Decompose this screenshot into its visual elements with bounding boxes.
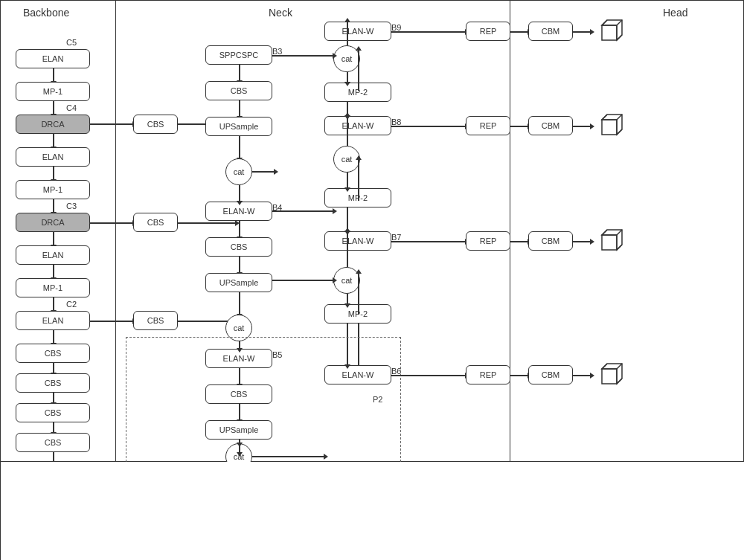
arrow-elanwb4-cbs — [239, 221, 240, 237]
cbs3-block: CBS — [16, 403, 90, 422]
svg-marker-15 — [602, 369, 617, 384]
svg-line-19 — [617, 379, 622, 384]
svg-marker-0 — [602, 25, 617, 40]
legend-area: CBS = Conv BN Silu CBM = Conv BN sigmoid… — [1, 462, 744, 560]
neck-label: Neck — [269, 7, 292, 19]
arrow-upsample3-cat3-v — [239, 440, 240, 453]
head-label: Head — [663, 7, 687, 19]
backbone-label: Backbone — [23, 7, 69, 19]
arrow-cat1-elanwb4 — [239, 185, 240, 202]
arrow-elanwb4-cat5 — [272, 210, 333, 212]
arrow-elan4-cbs-neck — [90, 321, 133, 322]
c3-label: C3 — [66, 202, 77, 210]
mp1-3-block: MP-1 — [16, 278, 90, 297]
c5-label: C5 — [66, 38, 77, 47]
elan3-block: ELAN — [16, 245, 90, 265]
arrow-cat5-mp2mid — [347, 173, 348, 188]
arrow-b8-head — [391, 126, 466, 127]
cube2-icon — [591, 109, 628, 146]
arrow-b9-head — [391, 31, 466, 33]
main-diagram: Backbone Neck Head C5 ELAN MP-1 C4 DRCA … — [0, 0, 744, 560]
drca2-block: DRCA — [16, 213, 90, 232]
arrow-b6-head — [391, 375, 466, 376]
arrow-elanwb5-cat4 — [272, 280, 333, 281]
elan4-block: ELAN — [16, 311, 90, 330]
arrow-elanwb8-cat6-up — [358, 50, 359, 91]
cbm3-block: CBM — [528, 231, 573, 251]
cbs2-block: CBS — [16, 373, 90, 393]
svg-line-3 — [617, 20, 622, 25]
svg-line-12 — [602, 230, 607, 235]
elan-w-b9-block: ELAN-W — [324, 22, 391, 41]
arrow-cbs-c3-cat2 — [178, 222, 236, 224]
svg-marker-5 — [602, 120, 617, 135]
arrow-elanwb6-cat4-up — [358, 273, 359, 315]
p2-label: P2 — [373, 395, 382, 404]
rep1-block: REP — [466, 22, 510, 41]
svg-marker-10 — [602, 235, 617, 250]
mp1-2-block: MP-1 — [16, 180, 90, 199]
arrow-cat6-mp2top — [347, 72, 348, 83]
arrow-elan3-mp1 — [53, 265, 54, 278]
svg-line-4 — [617, 35, 622, 40]
svg-line-14 — [617, 245, 622, 250]
arrow-elan2-mp1 — [53, 167, 54, 180]
elan-w-b7-block: ELAN-W — [324, 231, 391, 251]
upsample2-block: UPSample — [205, 273, 272, 292]
arrow-rep2-cbm2 — [510, 126, 528, 127]
elan2-block: ELAN — [16, 147, 90, 167]
c4-label: C4 — [66, 103, 77, 112]
rep4-block: REP — [466, 365, 510, 384]
arrow-drca2-cbs-neck — [90, 222, 133, 224]
rep3-block: REP — [466, 231, 510, 251]
cube4-icon — [591, 358, 628, 395]
cbs-neck1-block: CBS — [205, 81, 272, 100]
mp1-1-block: MP-1 — [16, 82, 90, 101]
sppcsp-block: SPPCSPC — [205, 45, 272, 65]
cube3-icon — [591, 224, 628, 261]
cbs4-block: CBS — [16, 433, 90, 452]
svg-line-13 — [617, 230, 622, 235]
elan-w-b8-block: ELAN-W — [324, 116, 391, 135]
arrow-elan4-cbs1 — [53, 330, 54, 344]
cbs-neck-c4: CBS — [133, 115, 178, 134]
upsample1-block: UPSample — [205, 117, 272, 136]
cat1-block: cat — [225, 158, 252, 185]
arrow-cbs2-cbs3 — [53, 393, 54, 403]
arrow-cbs3-cbs4 — [53, 422, 54, 433]
arrow-elanwb7-cat5-up — [358, 159, 359, 201]
arrow-b3-cat6 — [272, 55, 333, 57]
elan1-block: ELAN — [16, 49, 90, 68]
arrow-mp1-drca2 — [53, 199, 54, 213]
arrow-upsample1-cat1 — [239, 136, 240, 158]
svg-line-17 — [602, 364, 607, 369]
cbs1-block: CBS — [16, 344, 90, 363]
arrow-rep1-cbm1 — [510, 31, 528, 33]
arrow-drca1-cbs-neck — [90, 123, 133, 125]
svg-line-9 — [617, 129, 622, 135]
cbm2-block: CBM — [528, 116, 573, 135]
cbs-neck-c3: CBS — [133, 213, 178, 232]
arrow-drca1-elan2 — [53, 134, 54, 147]
arrow-cat4-mp2bot — [347, 294, 348, 304]
svg-line-2 — [602, 20, 607, 25]
arrow-cbm1-cube1 — [573, 31, 591, 33]
rep2-block: REP — [466, 116, 510, 135]
drca1-block: DRCA — [16, 115, 90, 134]
arrow-sppcsp-cbs — [239, 65, 240, 81]
arrow-drca2-elan3 — [53, 232, 54, 245]
arrow-cbs1-cbs2 — [53, 363, 54, 373]
arrow-b7-head — [391, 241, 466, 242]
p2-box — [126, 337, 401, 469]
arrow-cat5-elanwb8 — [347, 116, 348, 146]
svg-line-18 — [617, 364, 622, 369]
cbs-neck2-block: CBS — [205, 237, 272, 257]
arrow-cat1-right — [252, 171, 275, 173]
arrow-cat4-elanwb7 — [347, 231, 348, 267]
arrow-cat6-elanwb9 — [347, 22, 348, 45]
cbs-neck-c2: CBS — [133, 311, 178, 330]
svg-line-7 — [602, 115, 607, 120]
c2-label: C2 — [66, 300, 77, 309]
arrow-cbm4-cube4 — [573, 375, 591, 376]
arrow-mp1-drca1 — [53, 101, 54, 115]
